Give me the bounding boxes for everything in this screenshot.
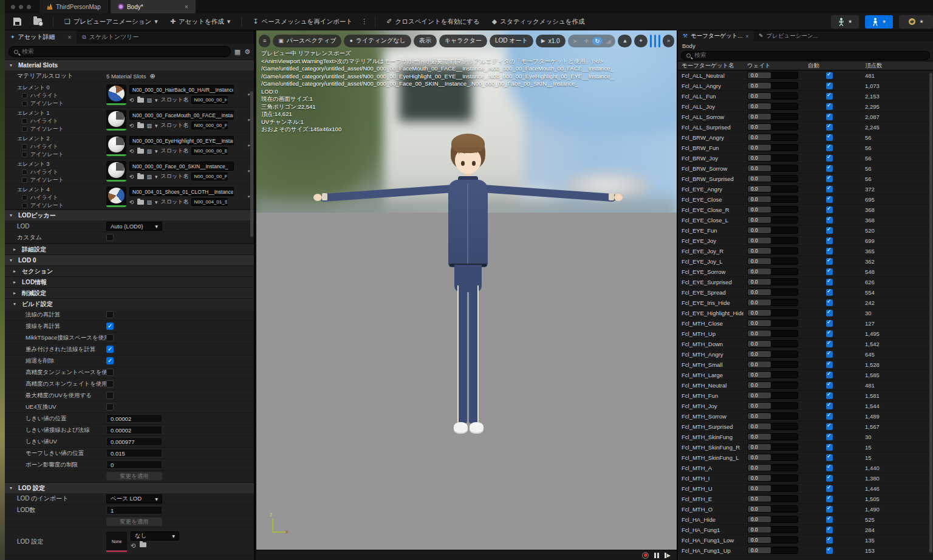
morph-weight-input[interactable]: 0.0 [747, 340, 798, 347]
morph-weight-input[interactable]: 0.0 [747, 526, 798, 533]
morph-auto-checkbox[interactable] [826, 516, 833, 523]
material-thumbnail[interactable] [106, 84, 126, 105]
highlight-checkbox[interactable] [22, 169, 27, 175]
morph-auto-checkbox[interactable] [826, 485, 833, 492]
use-selected-icon[interactable]: ⟲ [129, 174, 134, 180]
column-name[interactable]: モーフターゲット名 [678, 62, 743, 70]
animation-mode-button[interactable]: ★ [899, 15, 933, 29]
morph-weight-input[interactable]: 0.0 [747, 423, 798, 430]
morph-auto-checkbox[interactable] [826, 506, 833, 513]
settings-gear-icon[interactable]: ⚙ [244, 48, 250, 56]
checker-icon[interactable]: ▨ [147, 148, 152, 154]
lod-dropdown[interactable]: Auto (LOD0) ▾ [106, 222, 162, 231]
isolate-checkbox[interactable] [22, 177, 27, 183]
morph-weight-input[interactable]: 0.0 [747, 485, 798, 492]
morph-table-header[interactable]: モーフターゲット名 ウェイト 自動 頂点数 [678, 61, 933, 70]
morph-weight-input[interactable]: 0.0 [747, 547, 798, 554]
morph-target-row[interactable]: Fcl_MTH_Neutral0.0481 [678, 380, 933, 391]
morph-weight-input[interactable]: 0.0 [747, 350, 798, 358]
morph-weight-input[interactable]: 0.0 [747, 319, 798, 327]
morph-auto-checkbox[interactable] [826, 196, 833, 203]
preview-animation-button[interactable]: ❏ プレビューアニメーション ▾ [61, 16, 162, 28]
morph-auto-checkbox[interactable] [826, 207, 833, 213]
morph-target-row[interactable]: Fcl_BRW_Sorrow0.056 [678, 163, 933, 174]
morph-target-row[interactable]: Fcl_EYE_Close_R0.0368 [678, 205, 933, 215]
morph-weight-input[interactable]: 0.0 [747, 392, 798, 399]
isolate-checkbox[interactable] [22, 101, 27, 106]
morph-target-row[interactable]: Fcl_BRW_Angry0.056 [678, 132, 933, 143]
use-selected-icon[interactable]: ⟲ [129, 199, 134, 205]
morph-target-row[interactable]: Fcl_MTH_Small0.01,528 [678, 360, 933, 370]
morph-auto-checkbox[interactable] [826, 83, 833, 89]
highlight-checkbox[interactable] [22, 195, 27, 200]
preview-viewport[interactable]: ≡ ▣ パースペクティブ ● ライティングなし 表示 キャラクター LOD オー… [256, 30, 677, 560]
material-thumbnail[interactable] [106, 186, 126, 207]
morph-weight-input[interactable]: 0.0 [747, 154, 798, 162]
morph-target-row[interactable]: Fcl_ALL_Sorrow0.02,087 [678, 112, 933, 122]
morph-target-row[interactable]: Fcl_MTH_Angry0.0645 [678, 349, 933, 360]
section-build-settings[interactable]: ▾ ビルド設定 [5, 298, 254, 309]
morph-target-row[interactable]: Fcl_MTH_Fun0.01,581 [678, 391, 933, 401]
morph-target-row[interactable]: Fcl_MTH_I0.01,380 [678, 473, 933, 483]
morph-weight-input[interactable]: 0.0 [747, 412, 798, 420]
morph-target-row[interactable]: Fcl_ALL_Neutral0.0481 [678, 70, 933, 81]
morph-weight-input[interactable]: 0.0 [747, 103, 798, 110]
build-setting-checkbox[interactable] [106, 323, 114, 330]
morph-target-row[interactable]: Fcl_EYE_Close_L0.0368 [678, 215, 933, 225]
morph-target-row[interactable]: Fcl_HA_Fung10.0284 [678, 525, 933, 535]
morph-target-row[interactable]: Fcl_EYE_Joy_R0.0365 [678, 246, 933, 256]
morph-auto-checkbox[interactable] [826, 434, 833, 440]
morph-auto-checkbox[interactable] [826, 268, 833, 275]
morph-target-row[interactable]: Fcl_EYE_Joy_L0.0362 [678, 256, 933, 267]
morph-auto-checkbox[interactable] [826, 165, 833, 172]
morph-target-row[interactable]: Fcl_MTH_U0.01,446 [678, 483, 933, 494]
skeleton-mode-button[interactable]: ★ [831, 15, 859, 29]
threshold-field[interactable]: 0.00002 [106, 426, 162, 434]
scale-snap-control[interactable]: ◢ 0.25 [658, 35, 660, 47]
chevron-down-icon[interactable]: ▾ [155, 148, 158, 154]
browse-icon[interactable] [137, 200, 144, 205]
morph-auto-checkbox[interactable] [826, 361, 833, 368]
browse-in-content-browser-button[interactable] [30, 16, 46, 27]
morph-target-row[interactable]: Fcl_MTH_Joy0.01,544 [678, 401, 933, 411]
morph-auto-checkbox[interactable] [826, 227, 833, 234]
morph-weight-input[interactable]: 0.0 [747, 505, 798, 513]
category-lod-settings[interactable]: ▾ LOD 設定 [5, 482, 254, 493]
morph-auto-checkbox[interactable] [826, 279, 833, 285]
morph-auto-checkbox[interactable] [826, 134, 833, 141]
morph-auto-checkbox[interactable] [826, 372, 833, 378]
step-forward-button[interactable]: ▶ [665, 553, 671, 558]
tab-thirdpersonmap[interactable]: ThirdPersonMap [39, 0, 108, 13]
morph-target-row[interactable]: Fcl_BRW_Fun0.056 [678, 143, 933, 153]
close-tab-icon[interactable]: × [58, 34, 71, 41]
material-instance-name[interactable]: N00_000_00_EyeHighlight_00_EYE__Instance… [129, 136, 234, 145]
morph-weight-input[interactable]: 0.0 [747, 464, 798, 471]
morph-auto-checkbox[interactable] [826, 155, 833, 162]
morph-target-row[interactable]: Fcl_EYE_Surprised0.0626 [678, 277, 933, 287]
morph-weight-input[interactable]: 0.0 [747, 227, 798, 234]
morph-auto-checkbox[interactable] [826, 413, 833, 420]
morph-weight-input[interactable]: 0.0 [747, 206, 798, 213]
checker-icon[interactable]: ▨ [147, 97, 152, 103]
tab-body[interactable]: Body* × [111, 0, 196, 13]
morph-auto-checkbox[interactable] [826, 299, 833, 306]
material-instance-name[interactable]: N00_000_00_HairBack_00_HAIR__Instance_ [129, 85, 234, 94]
morph-auto-checkbox[interactable] [826, 114, 833, 120]
favorite-star-icon[interactable]: ★ [882, 19, 886, 24]
create-asset-button[interactable]: ✚ アセットを作成 ▾ [166, 16, 234, 28]
threshold-field[interactable]: 0.015 [106, 449, 162, 457]
morph-target-row[interactable]: Fcl_MTH_Surprised0.01,567 [678, 422, 933, 432]
morph-target-row[interactable]: Fcl_EYE_Close0.0695 [678, 194, 933, 205]
column-weight[interactable]: ウェイト [743, 62, 804, 70]
record-button[interactable] [642, 552, 649, 559]
morph-target-row[interactable]: Fcl_EYE_Spread0.0554 [678, 287, 933, 298]
morph-auto-checkbox[interactable] [826, 527, 833, 533]
build-setting-checkbox[interactable] [106, 403, 114, 411]
traffic-light-close[interactable] [11, 5, 15, 9]
morph-auto-checkbox[interactable] [826, 423, 833, 430]
lod-import-dropdown[interactable]: ベース LOD ▾ [106, 494, 162, 504]
use-selected-icon[interactable]: ⟲ [131, 542, 135, 549]
threshold-field[interactable]: 0 [106, 460, 162, 469]
show-button[interactable]: 表示 [414, 35, 437, 47]
material-instance-name[interactable]: N00_000_00_Face_00_SKIN__Instance_ [129, 162, 234, 171]
